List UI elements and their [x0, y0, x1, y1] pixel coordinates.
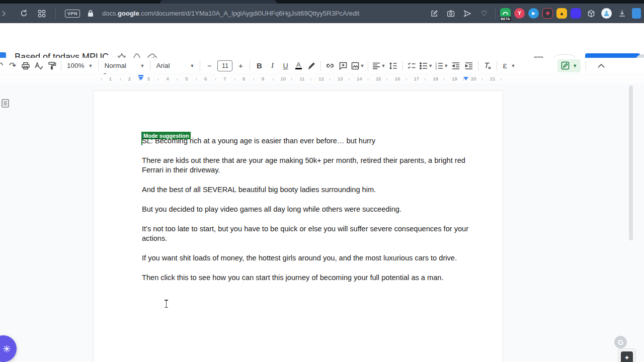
- minus-glyph: −: [207, 61, 212, 70]
- document-page[interactable]: Mode suggestion SL: Becoming rich at a y…: [93, 90, 503, 362]
- redo-icon[interactable]: ↷: [6, 59, 19, 72]
- ruler-tick: [330, 78, 330, 80]
- ruler-number: 15: [376, 76, 381, 81]
- ruler-tick: [273, 78, 273, 80]
- ruler-tick: [482, 78, 482, 80]
- insert-link-icon[interactable]: [324, 59, 337, 72]
- cube-icon[interactable]: [585, 7, 598, 20]
- downloads-icon[interactable]: [615, 7, 628, 20]
- ruler-tick: [387, 78, 387, 80]
- line-spacing-button[interactable]: [386, 59, 399, 72]
- extension-red-icon[interactable]: Y: [514, 8, 525, 19]
- battery-icon[interactable]: [632, 8, 641, 19]
- divider: [586, 61, 586, 71]
- first-line-indent-marker[interactable]: [138, 75, 143, 76]
- extension-play-icon[interactable]: ▶: [528, 8, 539, 19]
- styles-select[interactable]: Normal▼: [101, 59, 147, 72]
- profile-avatar-icon[interactable]: [601, 8, 612, 19]
- tab-tiles-icon[interactable]: [35, 7, 48, 20]
- font-size-input[interactable]: 11: [217, 60, 232, 71]
- clear-formatting-button[interactable]: [481, 59, 494, 72]
- reload-icon[interactable]: [17, 7, 30, 20]
- bold-button[interactable]: B: [253, 59, 266, 72]
- checklist-button[interactable]: [405, 59, 418, 72]
- ruler-number: 8: [243, 76, 245, 81]
- color-swatch: [295, 68, 302, 69]
- divider: [61, 61, 61, 71]
- edit-page-icon[interactable]: [428, 7, 441, 20]
- extension-red-square-icon[interactable]: ✚: [542, 8, 553, 19]
- browser-active-tab[interactable]: [160, 0, 277, 4]
- ruler[interactable]: 123456789101112131415161718192021: [0, 74, 644, 83]
- ruler-number: 10: [281, 76, 286, 81]
- forward-icon[interactable]: [0, 7, 10, 20]
- font-select[interactable]: Arial▼: [153, 59, 197, 72]
- sparkle-icon: ✦: [624, 354, 630, 361]
- decrease-font-icon[interactable]: −: [203, 59, 216, 72]
- paragraph[interactable]: It's not too late to start, but you have…: [142, 224, 469, 244]
- snapshot-camera-icon[interactable]: [444, 7, 457, 20]
- paragraph[interactable]: And the best of all SEVERAL beautiful bi…: [142, 185, 469, 195]
- zoom-select[interactable]: 100%▼: [64, 59, 96, 72]
- align-button[interactable]: ▼: [371, 59, 386, 72]
- divider: [495, 8, 496, 19]
- vpn-badge[interactable]: VPN: [65, 10, 80, 18]
- paragraph[interactable]: SL: Becoming rich at a young age is easi…: [142, 136, 469, 146]
- italic-button[interactable]: I: [266, 59, 279, 72]
- paint-format-icon[interactable]: [45, 59, 58, 72]
- lock-icon[interactable]: [84, 7, 97, 20]
- vertical-scrollbar[interactable]: [629, 85, 633, 240]
- paragraph[interactable]: There are kids out there that are your a…: [142, 156, 469, 175]
- ruler-tick: [196, 78, 197, 80]
- document-text[interactable]: SL: Becoming rich at a young age is easi…: [142, 136, 469, 292]
- extension-yellow-icon[interactable]: ▲: [556, 8, 567, 19]
- epsilon-extension-button[interactable]: ε▼: [500, 59, 518, 72]
- extension-purple-icon[interactable]: [571, 8, 581, 19]
- paragraph[interactable]: Then click this to see how you can start…: [142, 273, 469, 283]
- highlight-color-button[interactable]: [305, 59, 318, 72]
- divider: [200, 61, 200, 71]
- extension-beta-icon[interactable]: BETA: [500, 8, 511, 19]
- g-letter: G: [618, 338, 624, 346]
- decrease-indent-button[interactable]: [449, 59, 462, 72]
- ruler-tick: [234, 78, 235, 80]
- ruler-tick: [425, 78, 425, 80]
- insert-image-icon[interactable]: ▼: [350, 59, 365, 72]
- increase-font-icon[interactable]: +: [234, 59, 247, 72]
- add-comment-icon[interactable]: [337, 59, 350, 72]
- chevron-down-icon: ▼: [190, 63, 195, 68]
- ruler-number: 18: [433, 76, 438, 81]
- spellcheck-icon[interactable]: [32, 59, 45, 72]
- url-bar[interactable]: docs.google.com/document/d/1YMa10A_A_lpg…: [102, 10, 428, 17]
- grammarly-badge[interactable]: G: [614, 336, 627, 348]
- epsilon-glyph: ε: [503, 61, 507, 70]
- document-canvas: Mode suggestion SL: Becoming rich at a y…: [0, 83, 644, 362]
- url-suffix: .com/document/d/1YMa10A_A_lpglAygdi0UHFq…: [139, 10, 360, 17]
- browser-tab-strip: [0, 0, 644, 4]
- numbered-list-button[interactable]: 123 ▼: [434, 59, 449, 72]
- hide-menus-button[interactable]: [595, 59, 608, 72]
- paragraph[interactable]: If you want shit loads of money, the hot…: [142, 253, 469, 263]
- divider: [368, 61, 368, 71]
- increase-indent-button[interactable]: [462, 59, 475, 72]
- underline-button[interactable]: U: [279, 59, 292, 72]
- ruler-tick: [120, 78, 121, 80]
- ruler-number: 19: [452, 76, 457, 81]
- undo-icon[interactable]: ↶: [0, 59, 6, 72]
- heart-bookmark-icon[interactable]: ♡: [477, 7, 491, 20]
- right-indent-marker[interactable]: [463, 77, 468, 80]
- ruler-tick: [310, 78, 311, 80]
- send-flow-icon[interactable]: [461, 7, 474, 20]
- zoom-value: 100%: [67, 62, 85, 69]
- chevron-down-icon: ▼: [381, 63, 385, 68]
- left-indent-marker[interactable]: [138, 77, 143, 80]
- ruler-number: 4: [166, 76, 169, 81]
- bulleted-list-button[interactable]: ▼: [418, 59, 434, 72]
- print-icon[interactable]: [19, 59, 32, 72]
- chevron-down-icon: ▼: [444, 63, 448, 68]
- text-color-button[interactable]: A: [292, 59, 305, 72]
- paragraph[interactable]: But you decided to play video games all …: [142, 205, 469, 214]
- sparkle-button[interactable]: ✦: [621, 351, 633, 362]
- editing-mode-button[interactable]: ▼: [557, 59, 581, 72]
- document-outline-icon[interactable]: [1, 99, 10, 110]
